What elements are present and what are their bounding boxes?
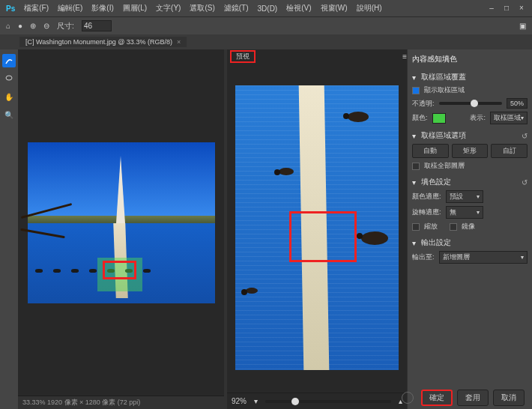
rotation-label: 旋轉適應: [412, 207, 441, 217]
color-adapt-select[interactable]: 預設▾ [446, 190, 483, 203]
apply-button[interactable]: 套用 [457, 390, 489, 406]
tool-palette: ✋ 🔍 [0, 49, 18, 409]
maximize-icon[interactable]: □ [502, 4, 511, 13]
cloud-icon[interactable]: ▣ [519, 22, 526, 30]
hand-tool-icon[interactable]: ✋ [2, 90, 16, 103]
cancel-button[interactable]: 取消 [493, 390, 525, 406]
rotation-select[interactable]: 無▾ [446, 206, 483, 219]
zoom-tool-icon[interactable]: 🔍 [2, 108, 16, 121]
opacity-label: 不透明: [412, 99, 435, 109]
menu-view[interactable]: 檢視(V) [286, 3, 311, 13]
status-bar: 33.33% 1920 像素 × 1280 像素 (72 ppi) [18, 396, 224, 409]
menu-type[interactable]: 文字(Y) [156, 3, 181, 13]
svg-point-0 [6, 76, 12, 80]
tab-title: [C] Washington Monument.jpg @ 33.3% (RGB… [25, 38, 172, 46]
home-icon[interactable]: ⌂ [6, 22, 10, 30]
sample-all-layers-label: 取樣全部圖層 [424, 161, 465, 171]
menu-file[interactable]: 檔案(F) [24, 3, 49, 13]
scale-checkbox[interactable] [412, 223, 420, 231]
document-tab[interactable]: [C] Washington Monument.jpg @ 33.3% (RGB… [19, 37, 187, 47]
ok-button[interactable]: 確定 [421, 390, 453, 406]
document-tabs: [C] Washington Monument.jpg @ 33.3% (RGB… [0, 34, 532, 49]
overlay-color-swatch[interactable] [432, 113, 446, 124]
zoom-out-icon[interactable]: ▾ [254, 397, 258, 405]
mirror-checkbox[interactable] [450, 223, 457, 231]
source-image-area[interactable] [18, 49, 224, 396]
indicates-select[interactable]: 取樣區域▾ [490, 112, 528, 124]
ps-icon: Ps [6, 4, 15, 13]
settings-panel: 內容感知填色 ▾取樣區域覆蓋 顯示取樣區域 不透明:50% 顏色:表示:取樣區域… [408, 49, 532, 409]
opacity-slider[interactable] [439, 102, 502, 105]
menu-layer[interactable]: 圖層(L) [123, 3, 147, 13]
sample-all-layers-checkbox[interactable] [412, 163, 420, 170]
size-input[interactable] [82, 20, 112, 31]
scale-label: 縮放 [424, 222, 438, 231]
panel-title: 內容感知填色 [412, 52, 528, 66]
output-label: 輸出至: [412, 252, 435, 262]
preview-label: 預視 [230, 50, 256, 63]
color-adapt-label: 顏色適應: [412, 192, 441, 202]
opacity-value[interactable]: 50% [507, 98, 528, 109]
output-select[interactable]: 新增圖層▾ [439, 251, 528, 264]
menu-3d[interactable]: 3D(D) [258, 4, 278, 13]
source-canvas: 33.33% 1920 像素 × 1280 像素 (72 ppi) [18, 49, 224, 409]
menu-select[interactable]: 選取(S) [190, 3, 214, 13]
section-sampling-overlay[interactable]: ▾取樣區域覆蓋 [412, 72, 528, 82]
show-sampling-label: 顯示取樣區域 [424, 85, 465, 95]
menu-bar: Ps 檔案(F) 編輯(E) 影像(I) 圖層(L) 文字(Y) 選取(S) 濾… [0, 0, 532, 16]
indicates-label: 表示: [470, 113, 486, 123]
menu-filter[interactable]: 濾鏡(T) [224, 3, 249, 13]
menu-edit[interactable]: 編輯(E) [58, 3, 82, 13]
add-icon[interactable]: ⊕ [30, 22, 36, 30]
color-label: 顏色: [412, 113, 428, 123]
sampling-auto-button[interactable]: 自動 [412, 144, 449, 158]
tab-close-icon[interactable]: × [177, 38, 181, 46]
zoom-value[interactable]: 92% [232, 397, 247, 405]
preview-image-area[interactable] [227, 63, 407, 393]
section-output-settings[interactable]: ▾輸出設定 [412, 237, 528, 248]
minimize-icon[interactable]: – [487, 4, 496, 13]
options-bar: ⌂ ● ⊕ ⊖ 尺寸: ▣ [0, 16, 532, 34]
menu-help[interactable]: 說明(H) [357, 3, 382, 13]
lasso-tool-icon[interactable] [2, 72, 16, 85]
brush-tool-icon[interactable] [2, 54, 16, 67]
show-sampling-checkbox[interactable] [412, 87, 420, 94]
zoom-slider[interactable] [265, 400, 391, 403]
preview-menu-icon[interactable]: ≡ [402, 52, 407, 61]
preview-canvas: 預視 ≡ 92% ▾ ▴ [227, 49, 407, 409]
menu-image[interactable]: 影像(I) [91, 3, 113, 13]
brush-icon[interactable]: ● [18, 22, 22, 30]
sampling-custom-button[interactable]: 自訂 [491, 144, 528, 158]
mirror-label: 鏡像 [462, 222, 475, 231]
reset-sampling-icon[interactable]: ↺ [522, 132, 528, 140]
source-highlight [103, 261, 136, 279]
reset-all-icon[interactable] [402, 392, 414, 404]
size-label: 尺寸: [57, 21, 74, 31]
sampling-rect-button[interactable]: 矩形 [452, 144, 489, 158]
section-fill-settings[interactable]: ▾填色設定↺ [412, 177, 528, 187]
close-icon[interactable]: × [517, 4, 526, 13]
section-sampling-options[interactable]: ▾取樣區域選項↺ [412, 130, 528, 141]
menu-window[interactable]: 視窗(W) [321, 3, 348, 13]
preview-highlight [289, 211, 357, 262]
reset-fill-icon[interactable]: ↺ [522, 178, 528, 187]
subtract-icon[interactable]: ⊖ [43, 22, 49, 30]
